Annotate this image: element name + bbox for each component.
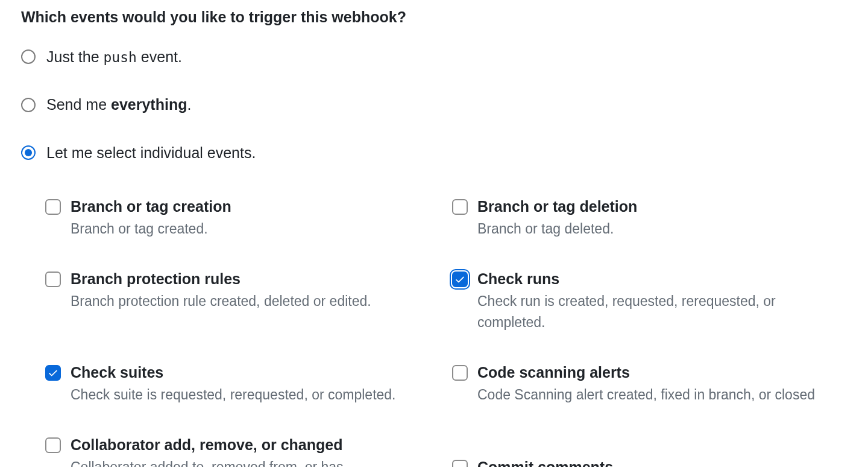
checkbox-commit-comments[interactable]: [452, 460, 468, 467]
radio-option-everything[interactable]: Send me everything.: [21, 94, 868, 116]
event-title: Branch or tag creation: [71, 197, 428, 217]
event-title: Commit comments: [477, 457, 835, 467]
trigger-radio-group: Just the push event. Send me everything.…: [21, 46, 868, 165]
individual-events-grid: Branch or tag creation Branch or tag cre…: [45, 197, 835, 467]
radio-option-push[interactable]: Just the push event.: [21, 46, 868, 69]
push-code: push: [104, 49, 137, 65]
radio-label-push: Just the push event.: [46, 46, 182, 69]
radio-input-individual[interactable]: [21, 145, 36, 160]
event-desc: Collaborator added to, removed from, or …: [71, 457, 428, 467]
checkbox-branch-tag-deletion[interactable]: [452, 199, 468, 215]
radio-label-individual: Let me select individual events.: [46, 142, 256, 165]
event-desc: Code Scanning alert created, fixed in br…: [477, 384, 835, 405]
event-title: Check runs: [477, 269, 835, 290]
event-branch-tag-deletion: Branch or tag deletion Branch or tag del…: [452, 197, 835, 239]
event-desc: Branch protection rule created, deleted …: [71, 291, 428, 312]
check-icon: [48, 367, 58, 378]
event-check-runs: Check runs Check run is created, request…: [452, 269, 835, 332]
radio-option-individual[interactable]: Let me select individual events.: [21, 142, 868, 165]
radio-label-everything: Send me everything.: [46, 94, 191, 116]
checkbox-check-runs[interactable]: [452, 272, 468, 287]
checkbox-branch-tag-creation[interactable]: [45, 199, 61, 215]
event-code-scanning-alerts: Code scanning alerts Code Scanning alert…: [452, 363, 835, 405]
checkbox-branch-protection-rules[interactable]: [45, 272, 61, 287]
event-title: Code scanning alerts: [477, 363, 835, 383]
event-check-suites: Check suites Check suite is requested, r…: [45, 363, 428, 405]
checkbox-check-suites[interactable]: [45, 365, 61, 381]
event-title: Branch protection rules: [71, 269, 428, 290]
event-branch-protection-rules: Branch protection rules Branch protectio…: [45, 269, 428, 332]
event-commit-comments: Commit comments: [452, 457, 835, 467]
checkbox-code-scanning-alerts[interactable]: [452, 365, 468, 381]
event-collaborator: Collaborator add, remove, or changed Col…: [45, 435, 428, 467]
event-desc: Branch or tag created.: [71, 218, 428, 240]
check-icon: [454, 274, 465, 285]
event-desc: Check run is created, requested, rereque…: [477, 291, 835, 332]
checkbox-collaborator[interactable]: [45, 437, 61, 453]
radio-input-everything[interactable]: [21, 98, 36, 112]
event-title: Branch or tag deletion: [477, 197, 835, 217]
event-desc: Check suite is requested, rerequested, o…: [71, 384, 428, 405]
section-heading: Which events would you like to trigger t…: [21, 6, 868, 29]
event-title: Collaborator add, remove, or changed: [71, 435, 428, 456]
radio-input-push[interactable]: [21, 49, 36, 64]
event-branch-tag-creation: Branch or tag creation Branch or tag cre…: [45, 197, 428, 239]
event-title: Check suites: [71, 363, 428, 383]
event-desc: Branch or tag deleted.: [477, 218, 835, 240]
